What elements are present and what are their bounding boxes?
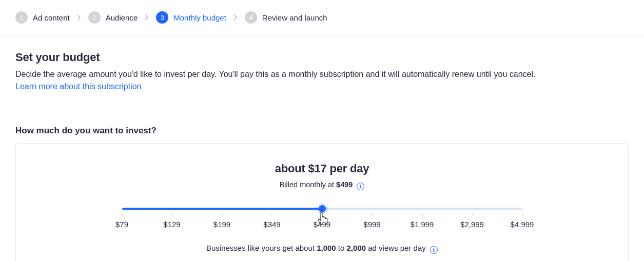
slider-tick: [272, 213, 272, 216]
slider-tick-label[interactable]: $199: [213, 220, 230, 229]
footer-suffix: ad views per day: [366, 244, 428, 252]
slider-tick: [322, 213, 322, 216]
step-label: Audience: [106, 13, 138, 22]
step-label: Review and launch: [262, 13, 327, 22]
slider-track[interactable]: [122, 208, 522, 210]
footer-low: 1,000: [317, 244, 336, 252]
budget-slider[interactable]: $79$129$199$349$499$999$1,999$2,999$4,99…: [122, 208, 522, 230]
info-icon[interactable]: [430, 246, 438, 254]
step-ad-content[interactable]: 1 Ad content: [15, 11, 70, 24]
budget-card: about $17 per day Billed monthly at $499…: [15, 143, 629, 261]
step-number: 4: [245, 11, 257, 24]
slider-tick-label[interactable]: $2,999: [460, 220, 484, 229]
step-label: Monthly budget: [173, 13, 226, 22]
slider-handle[interactable]: [319, 205, 326, 212]
slider-fill: [122, 208, 322, 210]
step-number: 2: [88, 11, 101, 24]
slider-tick-label[interactable]: $129: [163, 220, 180, 229]
footer-mid: to: [336, 244, 347, 252]
stepper: 1 Ad content 2 Audience 3 Monthly budget…: [0, 0, 644, 36]
billed-amount: $499: [336, 180, 353, 189]
ad-views-estimate: Businesses like yours get about 1,000 to…: [36, 244, 608, 254]
slider-tick-label[interactable]: $1,999: [411, 220, 434, 229]
chevron-right-icon: [145, 14, 149, 21]
step-number: 1: [15, 11, 28, 24]
step-review-launch[interactable]: 4 Review and launch: [245, 11, 327, 24]
slider-tick: [122, 213, 122, 216]
billed-prefix: Billed monthly at: [280, 180, 336, 189]
invest-question: How much do you want to invest?: [0, 111, 644, 143]
per-day-label: about $17 per day: [36, 162, 608, 175]
footer-prefix: Businesses like yours get about: [206, 244, 317, 252]
step-monthly-budget[interactable]: 3 Monthly budget: [156, 11, 226, 24]
billed-monthly: Billed monthly at $499: [36, 180, 608, 190]
slider-tick-label[interactable]: $999: [363, 220, 380, 229]
step-label: Ad content: [33, 13, 70, 22]
slider-tick-label[interactable]: $79: [115, 220, 128, 229]
chevron-right-icon: [233, 14, 238, 21]
slider-tick: [422, 213, 422, 216]
slider-tick-label[interactable]: $4,999: [511, 220, 534, 229]
page-title: Set your budget: [15, 51, 629, 64]
chevron-right-icon: [77, 14, 81, 21]
slider-tick: [472, 213, 473, 216]
slider-tick-label[interactable]: $349: [263, 220, 280, 229]
page-subtitle: Decide the average amount you'd like to …: [15, 68, 629, 80]
learn-more-link[interactable]: Learn more about this subscription: [15, 82, 141, 91]
slider-tick-labels: $79$129$199$349$499$999$1,999$2,999$4,99…: [122, 220, 522, 230]
slider-tick: [172, 213, 172, 216]
slider-ticks: [122, 213, 522, 217]
slider-tick-label[interactable]: $499: [314, 220, 330, 229]
slider-tick: [222, 213, 222, 216]
step-audience[interactable]: 2 Audience: [88, 11, 138, 24]
heading-section: Set your budget Decide the average amoun…: [0, 36, 644, 111]
info-icon[interactable]: [357, 183, 364, 190]
step-number: 3: [156, 11, 168, 24]
footer-high: 2,000: [347, 244, 366, 252]
slider-tick: [522, 213, 522, 216]
slider-tick: [372, 213, 373, 216]
